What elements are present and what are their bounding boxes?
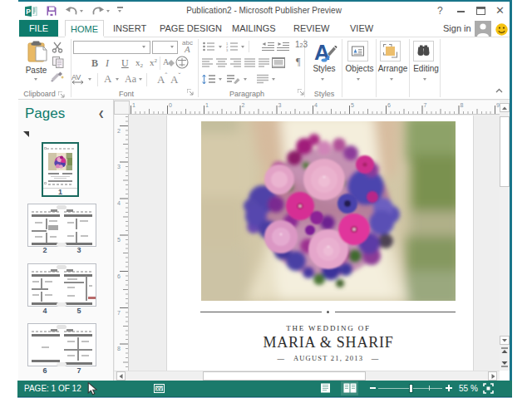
svg-text:7: 7 — [424, 102, 427, 108]
svg-text:4: 4 — [117, 200, 121, 206]
svg-text:3: 3 — [117, 164, 121, 170]
svg-text:XV: XV — [156, 386, 163, 391]
svg-text:3: 3 — [278, 102, 282, 108]
svg-text:6: 6 — [117, 273, 121, 279]
svg-text:1: 1 — [205, 102, 209, 108]
svg-text:8: 8 — [461, 102, 464, 108]
svg-text:1: 1 — [132, 102, 135, 108]
svg-text:A: A — [163, 57, 170, 66]
svg-text:5: 5 — [117, 237, 121, 243]
svg-text:7: 7 — [117, 310, 121, 316]
svg-text:4: 4 — [314, 102, 318, 108]
svg-text:5: 5 — [351, 102, 354, 108]
svg-text:6: 6 — [387, 102, 391, 108]
svg-text:8: 8 — [117, 346, 121, 351]
svg-text:2: 2 — [117, 128, 121, 134]
svg-text:2: 2 — [242, 102, 245, 108]
svg-text:3: 3 — [226, 48, 229, 52]
svg-text:AV: AV — [71, 73, 81, 81]
svg-text:0: 0 — [169, 102, 172, 108]
